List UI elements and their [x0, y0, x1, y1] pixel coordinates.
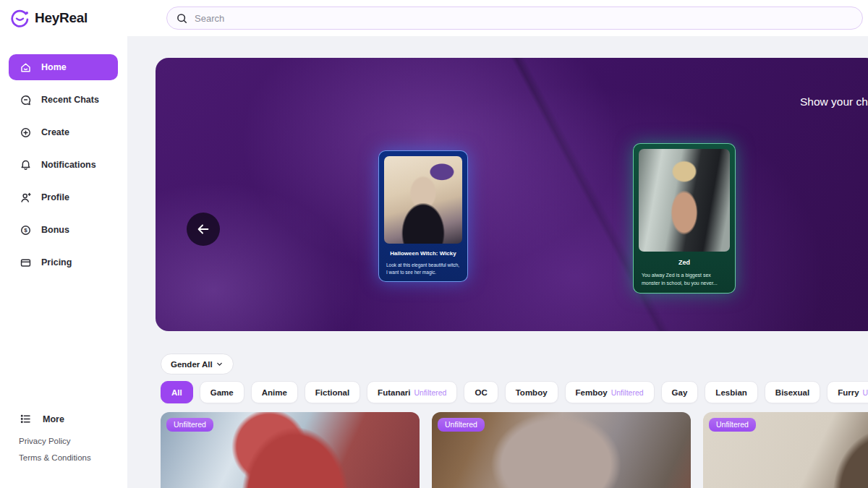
- sidebar-item-create[interactable]: Create: [9, 119, 118, 145]
- sidebar-item-recent-chats[interactable]: Recent Chats: [9, 87, 118, 113]
- filter-chip-tomboy[interactable]: Tomboy: [505, 381, 558, 403]
- sidebar-nav: Home Recent Chats Create: [9, 54, 118, 282]
- sidebar-more-label: More: [43, 414, 64, 424]
- carousel-prev-button[interactable]: [187, 213, 220, 246]
- sidebar-item-pricing[interactable]: Pricing: [9, 249, 118, 275]
- filter-chip-all[interactable]: All: [161, 381, 193, 403]
- character-card[interactable]: Unfiltered: [703, 412, 868, 488]
- sidebar-item-bonus[interactable]: $ Bonus: [9, 217, 118, 243]
- hero-card-witch[interactable]: Halloween Witch: Wicky Look at this eleg…: [378, 150, 468, 282]
- hero-card-zed[interactable]: Zed You alway Zed is a biggest sex monst…: [633, 143, 736, 294]
- sidebar-item-profile[interactable]: Profile: [9, 184, 118, 210]
- filter-chip-femboy[interactable]: FemboyUnfiltered: [565, 381, 655, 403]
- sidebar-item-label: Bonus: [41, 225, 69, 235]
- search-input[interactable]: [195, 13, 854, 24]
- sidebar-item-notifications[interactable]: Notifications: [9, 152, 118, 178]
- brand-name: HeyReal: [35, 10, 88, 26]
- sidebar-item-label: Recent Chats: [41, 95, 99, 105]
- heyreal-logo-icon: [10, 8, 30, 27]
- brand-logo[interactable]: HeyReal: [10, 8, 88, 27]
- hero-banner: Show your charm Halloween Witch: Wicky L…: [156, 58, 868, 331]
- filter-chip-bisexual[interactable]: Bisexual: [765, 381, 820, 403]
- sidebar-item-label: Profile: [41, 192, 69, 202]
- privacy-policy-link[interactable]: Privacy Policy: [19, 437, 71, 445]
- filter-chip-oc[interactable]: OC: [464, 381, 498, 403]
- hero-card-witch-image: [384, 156, 462, 244]
- hero-card-zed-image: [639, 149, 730, 252]
- filter-chip-anime[interactable]: Anime: [251, 381, 298, 403]
- terms-conditions-link[interactable]: Terms & Conditions: [19, 453, 91, 462]
- chat-icon: [20, 94, 32, 106]
- bell-icon: [20, 159, 32, 171]
- top-bar: [0, 0, 868, 36]
- category-filter-row: All Game Anime Fictional FutanariUnfilte…: [161, 381, 868, 403]
- gender-dropdown[interactable]: Gender All: [161, 354, 234, 374]
- sidebar-item-label: Home: [41, 62, 67, 72]
- filter-chip-fictional[interactable]: Fictional: [305, 381, 360, 403]
- filter-chip-game[interactable]: Game: [200, 381, 244, 403]
- unfiltered-badge: Unfiltered: [166, 418, 213, 432]
- hero-card-description: Look at this elegant beautiful witch, I …: [384, 262, 462, 276]
- sidebar-item-home[interactable]: Home: [9, 54, 118, 80]
- search-icon: [176, 12, 188, 25]
- gender-dropdown-label: Gender All: [171, 360, 213, 369]
- unfiltered-badge: Unfiltered: [438, 418, 485, 432]
- character-card[interactable]: Unfiltered: [161, 412, 420, 488]
- filter-chip-furry[interactable]: FurryUnfiltered: [827, 381, 868, 403]
- filter-chip-futanari[interactable]: FutanariUnfiltered: [367, 381, 457, 403]
- chevron-down-icon: [216, 360, 224, 368]
- character-card[interactable]: Unfiltered: [432, 412, 691, 488]
- sidebar-item-label: Notifications: [41, 160, 96, 170]
- hero-card-description: You alway Zed is a biggest sex monster i…: [639, 272, 730, 288]
- arrow-left-icon: [195, 221, 211, 237]
- filter-chip-gay[interactable]: Gay: [661, 381, 699, 403]
- sidebar-more[interactable]: More: [20, 413, 64, 425]
- list-icon: [20, 413, 32, 425]
- hero-card-title: Zed: [639, 259, 730, 266]
- user-icon: [20, 192, 32, 204]
- sidebar-item-label: Pricing: [41, 257, 72, 267]
- credit-card-icon: [20, 257, 32, 269]
- hero-caption: Show your charm: [800, 95, 868, 108]
- hero-card-title: Halloween Witch: Wicky: [384, 250, 462, 257]
- search-bar[interactable]: [166, 7, 863, 30]
- dollar-circle-icon: $: [20, 224, 32, 236]
- plus-circle-icon: [20, 127, 32, 139]
- sidebar-item-label: Create: [41, 127, 69, 137]
- filter-chip-lesbian[interactable]: Lesbian: [705, 381, 757, 403]
- sidebar: HeyReal Home Recent Chats: [0, 0, 127, 488]
- svg-text:$: $: [24, 227, 27, 234]
- home-icon: [20, 61, 32, 74]
- unfiltered-badge: Unfiltered: [709, 418, 756, 432]
